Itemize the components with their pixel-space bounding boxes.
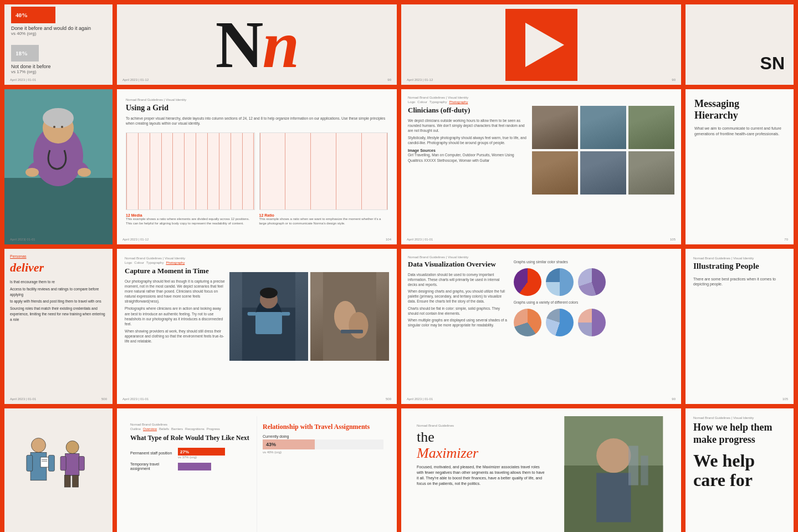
page-num: 500	[101, 397, 107, 401]
grid-line	[310, 133, 311, 209]
page-label-card: SN	[686, 4, 794, 85]
nav-item: Beliefs	[159, 427, 169, 431]
capture-content: Capture a Moment in Time Our photography…	[125, 267, 389, 361]
messaging-card: Messaging Hierarchy What we aim to commu…	[686, 89, 794, 244]
deliver-card: Personas deliver ls that encourage them …	[4, 249, 112, 404]
typography-card: N n April 2023 | 01-12 90	[117, 4, 397, 85]
nav-bar: Logo Colour Typography Photography	[408, 100, 674, 104]
rel-bar-track-1: 43%	[263, 439, 383, 449]
grid-line	[126, 133, 127, 209]
deliver-heading: deliver	[10, 260, 107, 275]
maximizer-heading: the Maximizer	[417, 429, 546, 461]
svg-rect-23	[341, 330, 363, 333]
svg-point-5	[43, 108, 74, 128]
grid-line	[285, 133, 285, 209]
capture-moment-card: Nomad Brand Guidelines | Visual Identity…	[117, 249, 397, 404]
svg-point-40	[597, 438, 631, 473]
section-label: Personas	[10, 254, 107, 258]
svg-rect-43	[641, 456, 648, 485]
nav-item-active: Photography	[449, 100, 468, 104]
card-body-2: Stylistically, lifestyle photography sho…	[408, 135, 528, 145]
page-num: 105	[670, 238, 676, 241]
section-label: Nomad Brand Guidelines	[130, 423, 251, 426]
messaging-heading: Messaging Hierarchy	[694, 98, 785, 121]
svg-rect-36	[64, 475, 70, 487]
bar-chart: Permanent staff position 27% vs 37% (org…	[130, 448, 251, 472]
date-stamp: April 2023 | 01-01	[10, 397, 36, 401]
rel-pct-1: 43%	[266, 442, 276, 447]
photo-3	[628, 106, 674, 149]
grid-line	[196, 133, 196, 209]
nurse-svg	[229, 272, 308, 361]
bullet-2: to apply with friends and post lting the…	[10, 299, 107, 304]
pie-chart-4	[514, 309, 541, 336]
card-title: What Type of Role Would They Like Next	[130, 434, 251, 442]
grid-line	[219, 133, 219, 209]
pie-chart-5	[546, 309, 574, 336]
card-body-1: Data visualization should be used to con…	[408, 272, 509, 287]
we-help-large-text: We helpcare for	[693, 451, 786, 490]
role-type-left: Nomad Brand Guidelines Outline Overview …	[125, 416, 257, 532]
pie-chart-6	[578, 309, 606, 336]
nav-bar: Outline Overview Beliefs Barriers Recogn…	[130, 427, 251, 431]
data-viz-content: Data Visualization Overview Data visuali…	[408, 260, 674, 341]
people-illustration-svg	[13, 417, 104, 497]
section-label: Nomad Brand Guidelines | Visual Identity	[408, 96, 674, 99]
bullet-access: Access to facility reviews and ratings t…	[10, 287, 107, 298]
date-stamp: April 2023 | 01-01	[10, 78, 36, 81]
card-body: To achieve proper visual hierarchy, divi…	[126, 116, 388, 126]
grid-box-right	[259, 132, 388, 210]
pie-chart-1	[514, 268, 541, 296]
doctor-photo-card: April 2023| 01-01	[4, 89, 112, 244]
page-num: 90	[387, 78, 391, 81]
nav-item: Colour	[417, 100, 427, 104]
bar-pct-1: 27%	[180, 449, 189, 454]
clinicians-photo-card: Nomad Brand Guidelines | Visual Identity…	[401, 89, 681, 244]
svg-rect-18	[248, 312, 257, 315]
image-sources-text: Girl Travelling, Man on Computer, Outdoo…	[408, 152, 528, 162]
grid-line	[138, 133, 139, 209]
vertical-lines	[126, 133, 254, 209]
grid-label-desc-2: This example shows a ratio when we want …	[259, 217, 388, 226]
bar-row-2: Temporary travel assignment	[130, 462, 251, 472]
card-body-2: Photographs where clinicians are in acti…	[125, 306, 225, 326]
page-num: 104	[386, 238, 391, 241]
nav-item-active: Photography	[166, 261, 185, 264]
section-label: Nomad Brand Guidelines | Visual Identity	[408, 255, 674, 259]
section-label: Nomad Brand Guidelines | Visual Identity	[126, 98, 388, 101]
main-grid: 40% Done it before and would do it again…	[0, 0, 798, 532]
data-viz-text: Data Visualization Overview Data visuali…	[408, 260, 509, 341]
pie-chart-3	[578, 268, 606, 296]
page-sn: SN	[760, 53, 785, 74]
chart-label-1: Graphs using similar color shades	[514, 260, 674, 264]
stat-sub-2: vs 17% (org)	[11, 69, 106, 74]
letter-n-italic: n	[262, 12, 298, 78]
deliver-bullets: ls that encourage them to re Access to f…	[10, 279, 107, 322]
stat-pct-2: 18%	[16, 50, 28, 57]
page-num: 500	[386, 397, 391, 401]
grid-label-title-1: 12 Media	[126, 213, 255, 217]
bar-fill-2	[178, 463, 211, 470]
grid-visualization	[126, 132, 388, 210]
capture-photos	[229, 267, 389, 361]
photo-5	[580, 151, 626, 195]
stat-bar-2: 18%	[11, 45, 39, 62]
svg-point-16	[260, 288, 278, 298]
grid-label-2: 12 Ratio This example shows a ratio when…	[259, 213, 388, 226]
card-title: Using a Grid	[126, 104, 388, 112]
photo-grid	[532, 106, 674, 195]
card-body: Our photography should feel as though it…	[125, 279, 225, 304]
svg-rect-2	[4, 178, 112, 244]
photo-nurse	[229, 272, 308, 361]
role-type-right: Relationship with Travel Assignments Cur…	[257, 416, 389, 532]
date-stamp: April 2023 | 01-01	[407, 238, 433, 241]
photo-1	[532, 106, 578, 149]
messaging-body: What we aim to communicate to current an…	[694, 126, 785, 137]
grid-line	[336, 133, 336, 209]
vertical-lines	[260, 133, 388, 209]
card-body-2: When designing charts and graphs, you sh…	[408, 289, 509, 304]
orange-rectangle	[505, 9, 577, 81]
image-sources-label: Image Sources	[408, 149, 528, 152]
section-label: Nomad Brand Guidelines | Visual Identity	[693, 416, 786, 420]
svg-rect-42	[628, 446, 638, 485]
